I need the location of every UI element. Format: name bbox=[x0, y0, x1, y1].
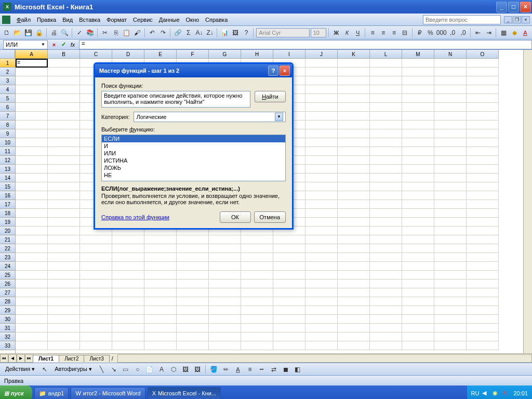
dialog-titlebar[interactable]: Мастер функций - шаг 1 из 2 ? × bbox=[95, 64, 292, 77]
horizontal-scrollbar[interactable] bbox=[117, 354, 532, 363]
decrease-indent-icon[interactable]: ⇤ bbox=[473, 28, 483, 38]
cell[interactable] bbox=[467, 121, 499, 129]
fill-color-draw-icon[interactable]: 🪣 bbox=[209, 364, 219, 375]
language-indicator[interactable]: RU bbox=[471, 390, 480, 396]
cell[interactable] bbox=[48, 147, 80, 156]
cell[interactable] bbox=[48, 280, 80, 288]
decrease-decimal-icon[interactable]: ,0 bbox=[458, 28, 468, 38]
cell[interactable] bbox=[402, 112, 434, 121]
cell[interactable] bbox=[467, 103, 499, 112]
cut-icon[interactable]: ✂ bbox=[100, 28, 110, 38]
arrow-style-icon[interactable]: ⇄ bbox=[269, 364, 279, 375]
cell[interactable] bbox=[434, 315, 467, 324]
cell[interactable] bbox=[48, 182, 80, 191]
diagram-icon[interactable]: ⬡ bbox=[168, 364, 179, 375]
doc-minimize-button[interactable]: _ bbox=[504, 16, 512, 23]
help-icon[interactable]: ? bbox=[242, 28, 251, 38]
cell[interactable] bbox=[305, 165, 338, 174]
cell[interactable] bbox=[338, 156, 370, 165]
cell[interactable] bbox=[48, 244, 80, 253]
cell[interactable] bbox=[434, 341, 467, 350]
cell[interactable] bbox=[402, 218, 434, 227]
cell[interactable] bbox=[241, 332, 273, 341]
line-style-icon[interactable]: ≡ bbox=[245, 364, 255, 375]
cell[interactable] bbox=[370, 165, 402, 174]
taskbar-item[interactable]: Wитог2 - Microsoft Word bbox=[71, 387, 145, 399]
column-header[interactable]: F bbox=[177, 50, 209, 59]
cell[interactable] bbox=[273, 332, 305, 341]
cell[interactable] bbox=[338, 200, 370, 209]
cell[interactable] bbox=[338, 306, 370, 315]
cell[interactable] bbox=[305, 68, 338, 76]
cell[interactable] bbox=[48, 156, 80, 165]
cell[interactable] bbox=[273, 271, 305, 280]
redo-icon[interactable]: ↷ bbox=[158, 28, 168, 38]
cell[interactable] bbox=[402, 200, 434, 209]
cell[interactable] bbox=[241, 253, 273, 262]
cell[interactable] bbox=[338, 209, 370, 218]
menu-help[interactable]: Справка bbox=[202, 16, 231, 24]
row-header[interactable]: 33 bbox=[0, 341, 15, 350]
currency-icon[interactable]: ₽ bbox=[415, 28, 424, 38]
cell[interactable] bbox=[370, 332, 402, 341]
cell[interactable] bbox=[402, 332, 434, 341]
cell[interactable] bbox=[80, 244, 112, 253]
cell[interactable] bbox=[16, 174, 48, 182]
cell[interactable] bbox=[305, 200, 338, 209]
cell[interactable] bbox=[16, 315, 48, 324]
cell[interactable] bbox=[177, 235, 209, 244]
cell[interactable] bbox=[209, 332, 241, 341]
cell[interactable] bbox=[402, 262, 434, 271]
cell[interactable] bbox=[16, 235, 48, 244]
cell[interactable] bbox=[177, 324, 209, 332]
row-header[interactable]: 6 bbox=[0, 103, 15, 112]
actions-menu[interactable]: Действия ▾ bbox=[2, 365, 38, 374]
save-icon[interactable]: 💾 bbox=[23, 28, 33, 38]
cell[interactable] bbox=[80, 315, 112, 324]
cell[interactable] bbox=[338, 59, 370, 68]
cell[interactable] bbox=[112, 235, 144, 244]
cell[interactable] bbox=[467, 218, 499, 227]
cell[interactable] bbox=[402, 121, 434, 129]
cell[interactable] bbox=[48, 165, 80, 174]
cell[interactable] bbox=[305, 262, 338, 271]
cell[interactable] bbox=[144, 244, 177, 253]
taskbar-item[interactable]: XMicrosoft Excel - Кни... bbox=[148, 387, 221, 399]
sheet-tab[interactable]: Лист1 bbox=[33, 355, 59, 362]
column-header[interactable]: D bbox=[112, 50, 144, 59]
cell[interactable] bbox=[434, 297, 467, 306]
cell[interactable] bbox=[402, 341, 434, 350]
font-name-combo[interactable]: Arial Cyr bbox=[256, 28, 310, 37]
align-left-icon[interactable]: ≡ bbox=[368, 28, 378, 38]
cell[interactable] bbox=[305, 341, 338, 350]
cell[interactable] bbox=[48, 94, 80, 103]
cell[interactable] bbox=[402, 297, 434, 306]
cell[interactable] bbox=[241, 271, 273, 280]
cell[interactable] bbox=[16, 129, 48, 138]
cell[interactable] bbox=[370, 156, 402, 165]
cell[interactable] bbox=[273, 280, 305, 288]
select-all-corner[interactable] bbox=[0, 50, 15, 59]
row-header[interactable]: 2 bbox=[0, 68, 15, 76]
cell[interactable] bbox=[48, 76, 80, 85]
cell[interactable] bbox=[112, 253, 144, 262]
tray-app-icon[interactable]: ◉ bbox=[493, 390, 500, 397]
cell[interactable] bbox=[80, 341, 112, 350]
row-header[interactable]: 17 bbox=[0, 200, 15, 209]
row-header[interactable]: 20 bbox=[0, 227, 15, 235]
cell[interactable] bbox=[338, 341, 370, 350]
cell[interactable] bbox=[209, 288, 241, 297]
row-header[interactable]: 30 bbox=[0, 315, 15, 324]
cell[interactable] bbox=[467, 165, 499, 174]
column-header[interactable]: L bbox=[370, 50, 402, 59]
spell-icon[interactable]: ✓ bbox=[75, 28, 85, 38]
cell[interactable] bbox=[338, 271, 370, 280]
cell[interactable] bbox=[80, 235, 112, 244]
cell[interactable] bbox=[273, 244, 305, 253]
cell[interactable] bbox=[112, 315, 144, 324]
cell[interactable] bbox=[144, 280, 177, 288]
dialog-help-button[interactable]: ? bbox=[268, 65, 278, 76]
cell[interactable] bbox=[16, 182, 48, 191]
column-header[interactable]: K bbox=[338, 50, 370, 59]
cell[interactable] bbox=[370, 103, 402, 112]
